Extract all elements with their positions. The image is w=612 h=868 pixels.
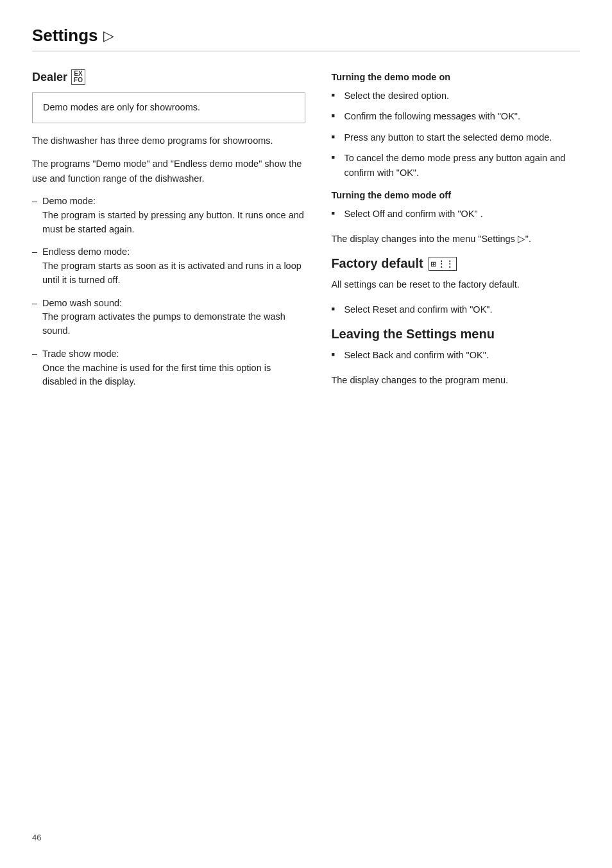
- list-item: Demo wash sound: The program activates t…: [32, 297, 305, 338]
- list-item-title: Trade show mode:: [42, 349, 119, 359]
- header-divider: [32, 51, 580, 51]
- turning-on-list: Select the desired option. Confirm the f…: [331, 89, 580, 180]
- turning-off-body: The display changes into the menu "Setti…: [331, 232, 580, 246]
- list-item: Select Off and confirm with "OK" .: [331, 207, 580, 221]
- list-item: Select the desired option.: [331, 89, 580, 103]
- left-column: Dealer EX FO Demo modes are only for sho…: [32, 69, 305, 398]
- list-item: Press any button to start the selected d…: [331, 130, 580, 144]
- settings-header: Settings ▷: [32, 26, 580, 46]
- settings-flag-icon: ▷: [103, 28, 114, 44]
- turning-on-heading: Turning the demo mode on: [331, 72, 580, 82]
- dealer-heading: Dealer EX FO: [32, 69, 305, 85]
- leaving-bullets: Select Back and confirm with "OK".: [331, 348, 580, 362]
- factory-default-heading: Factory default ⋮⋮: [331, 256, 580, 271]
- list-item: Select Reset and confirm with "OK".: [331, 302, 580, 317]
- list-item: To cancel the demo mode press any button…: [331, 151, 580, 180]
- turning-off-list: Select Off and confirm with "OK" .: [331, 207, 580, 221]
- list-item-body: The program activates the pumps to demon…: [42, 310, 305, 338]
- list-item-body: The program starts as soon as it is acti…: [42, 259, 305, 288]
- list-item-title: Endless demo mode:: [42, 247, 130, 257]
- notice-box: Demo modes are only for showrooms.: [32, 92, 305, 123]
- factory-label: Factory default: [331, 256, 423, 271]
- right-column: Turning the demo mode on Select the desi…: [331, 69, 580, 398]
- turning-off-heading: Turning the demo mode off: [331, 190, 580, 200]
- page-number: 46: [32, 833, 41, 842]
- leaving-body: The display changes to the program menu.: [331, 373, 580, 387]
- list-item: Endless demo mode: The program starts as…: [32, 245, 305, 287]
- factory-bullets: Select Reset and confirm with "OK".: [331, 302, 580, 317]
- list-item-body: The program is started by pressing any b…: [42, 209, 305, 237]
- list-item: Trade show mode: Once the machine is use…: [32, 347, 305, 389]
- page-title: Settings: [32, 26, 98, 46]
- intro-para1: The dishwasher has three demo programs f…: [32, 134, 305, 148]
- dash-list: Demo mode: The program is started by pre…: [32, 195, 305, 389]
- list-item: Demo mode: The program is started by pre…: [32, 195, 305, 236]
- leaving-heading: Leaving the Settings menu: [331, 327, 580, 342]
- list-item-body: Once the machine is used for the first t…: [42, 361, 305, 390]
- list-item-title: Demo mode:: [42, 196, 96, 206]
- notice-text: Demo modes are only for showrooms.: [43, 101, 294, 115]
- list-item: Select Back and confirm with "OK".: [331, 348, 580, 362]
- list-item-title: Demo wash sound:: [42, 298, 122, 308]
- factory-body: All settings can be reset to the factory…: [331, 277, 580, 291]
- two-column-layout: Dealer EX FO Demo modes are only for sho…: [32, 69, 580, 398]
- list-item: Confirm the following messages with "OK"…: [331, 109, 580, 123]
- factory-icon: ⋮⋮: [429, 257, 457, 271]
- intro-para2: The programs "Demo mode" and "Endless de…: [32, 157, 305, 186]
- dealer-icon: EX FO: [71, 69, 85, 85]
- dealer-label: Dealer: [32, 71, 67, 84]
